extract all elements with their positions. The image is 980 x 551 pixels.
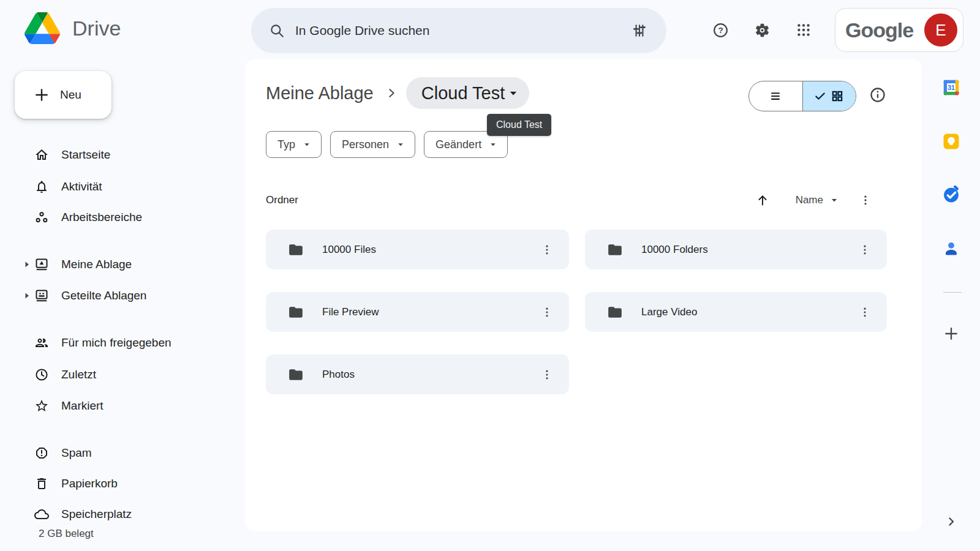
sort-direction-icon[interactable] (753, 190, 772, 210)
folder-more-icon[interactable] (536, 301, 558, 323)
sidebar-item-spam[interactable]: Spam (15, 438, 229, 468)
svg-text:31: 31 (948, 84, 955, 91)
more-options-icon[interactable] (856, 191, 875, 209)
svg-text:?: ? (718, 26, 723, 35)
main-content-panel: Meine Ablage Cloud Test Cloud Test Typ P… (245, 59, 922, 531)
header-actions: ? (704, 14, 820, 46)
search-input[interactable] (295, 23, 626, 38)
sidebar-item-recent[interactable]: Zuletzt (15, 360, 229, 389)
breadcrumb-root[interactable]: Meine Ablage (266, 83, 374, 103)
folder-card[interactable]: File Preview (266, 292, 569, 332)
help-icon[interactable]: ? (704, 14, 736, 46)
list-view-button[interactable] (749, 81, 802, 111)
sidebar-item-my-drive[interactable]: Meine Ablage (15, 250, 229, 279)
folder-card[interactable]: Photos (266, 354, 569, 394)
search-bar[interactable] (251, 8, 666, 53)
spam-icon (34, 446, 49, 460)
sidebar-item-starred[interactable]: Markiert (15, 391, 229, 421)
section-title: Ordner (266, 194, 298, 206)
apps-grid-icon[interactable] (788, 14, 820, 46)
breadcrumb-current-menu[interactable]: Cloud Test (406, 77, 530, 109)
folder-icon (607, 242, 623, 258)
filter-chip-type[interactable]: Typ (266, 131, 322, 158)
drive-logo[interactable]: Drive (24, 12, 121, 44)
folder-card[interactable]: Large Video (585, 292, 887, 332)
calendar-icon[interactable]: 31 (942, 78, 960, 97)
folder-more-icon[interactable] (536, 239, 558, 261)
account-switcher[interactable]: Google E (835, 8, 963, 52)
info-icon[interactable] (868, 85, 888, 105)
folder-more-icon[interactable] (854, 239, 876, 261)
folder-more-icon[interactable] (536, 364, 558, 386)
google-brand-logo: Google (845, 18, 913, 42)
breadcrumb: Meine Ablage Cloud Test (266, 77, 529, 109)
sidebar-item-trash[interactable]: Papierkorb (15, 469, 229, 498)
sidebar-item-workspaces[interactable]: Arbeitsbereiche (15, 203, 229, 232)
workspaces-icon (34, 210, 49, 225)
grid-view-button[interactable] (802, 81, 856, 111)
people-icon (34, 335, 49, 350)
folder-more-icon[interactable] (854, 301, 876, 323)
drive-logo-icon (24, 12, 60, 44)
app-title: Drive (72, 17, 121, 40)
storage-used-text: 2 GB belegt (39, 528, 94, 540)
folder-icon (288, 304, 304, 320)
trash-icon (34, 476, 49, 491)
show-side-panel-icon[interactable] (944, 514, 959, 529)
home-icon (34, 148, 49, 162)
chevron-right-icon (385, 86, 398, 100)
caret-down-icon (487, 138, 499, 151)
grid-view-icon (831, 89, 844, 103)
caret-down-icon (301, 138, 313, 151)
filter-chips: Typ Personen Geändert (266, 131, 508, 158)
keep-icon[interactable] (942, 132, 960, 151)
tasks-icon[interactable] (942, 186, 960, 204)
add-panel-icon[interactable] (942, 324, 960, 343)
check-icon (814, 90, 826, 102)
bell-icon (34, 179, 49, 194)
search-icon[interactable] (263, 17, 290, 44)
tooltip: Cloud Test (487, 114, 551, 136)
list-view-icon (768, 89, 783, 103)
search-options-icon[interactable] (626, 17, 653, 44)
plus-icon (34, 87, 50, 103)
caret-down-icon (505, 84, 522, 102)
sidebar-item-storage[interactable]: Speicherplatz (15, 500, 229, 529)
avatar[interactable]: E (924, 13, 957, 47)
caret-down-icon (828, 194, 840, 206)
folders-section-header: Ordner Name (266, 189, 875, 211)
sidebar-item-home[interactable]: Startseite (15, 140, 229, 170)
sidebar-item-shared-drives[interactable]: Geteilte Ablagen (15, 281, 229, 310)
my-drive-icon (34, 257, 49, 272)
star-icon (34, 399, 49, 413)
new-button[interactable]: Neu (15, 71, 111, 119)
clock-icon (34, 367, 49, 382)
contacts-icon[interactable] (942, 239, 960, 258)
view-toggle (748, 81, 856, 111)
rail-divider (943, 292, 962, 293)
folder-icon (288, 242, 304, 258)
settings-gear-icon[interactable] (746, 14, 778, 46)
breadcrumb-current: Cloud Test (421, 83, 505, 103)
filter-chip-people[interactable]: Personen (330, 131, 415, 158)
sidebar-item-shared-with-me[interactable]: Für mich freigegeben (15, 328, 229, 358)
cloud-icon (34, 507, 49, 522)
folder-icon (607, 304, 623, 320)
sidebar-item-activity[interactable]: Aktivität (15, 172, 229, 201)
folder-icon (288, 367, 304, 383)
folders-grid: 10000 Files 10000 Folders File Preview L… (266, 230, 887, 394)
caret-down-icon (394, 138, 407, 151)
shared-drives-icon (34, 288, 49, 303)
sort-by-button[interactable]: Name (796, 194, 840, 206)
folder-card[interactable]: 10000 Folders (585, 230, 887, 269)
folder-card[interactable]: 10000 Files (266, 230, 569, 269)
